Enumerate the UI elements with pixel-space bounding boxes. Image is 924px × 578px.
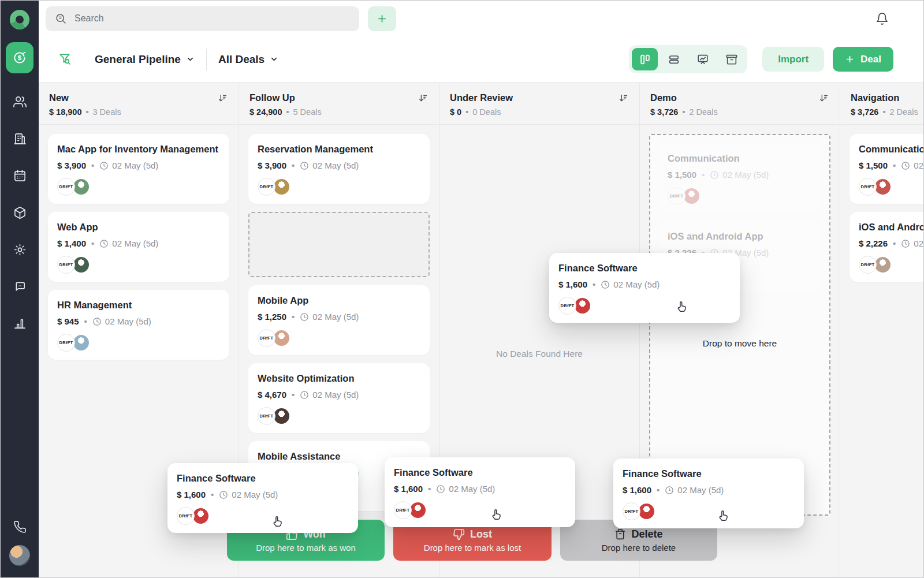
sidebar-item-chat[interactable]	[13, 280, 27, 293]
sidebar-item-settings[interactable]	[13, 243, 27, 256]
company-badge: DRfFT	[177, 507, 195, 525]
sort-icon[interactable]	[818, 92, 829, 103]
view-forecast-button[interactable]	[690, 48, 716, 70]
notifications-bell-icon[interactable]	[875, 12, 889, 25]
deal-card[interactable]: Web App $ 1,400 • 02 May (5d) DRfFT	[48, 212, 229, 282]
drop-placeholder[interactable]	[248, 212, 430, 277]
separator-dot: •	[84, 316, 87, 326]
drag-card[interactable]: Finance Software $ 1,600 • 02 May (5d) D…	[167, 463, 358, 533]
deal-card[interactable]: Mac App for Inventory Management $ 3,900…	[48, 134, 229, 204]
sidebar-item-contacts[interactable]	[13, 95, 27, 109]
new-deal-label: Deal	[860, 54, 881, 65]
column-total: $ 3,726	[851, 107, 878, 117]
separator-dot: •	[428, 484, 431, 494]
deal-date: 02 May (5d)	[312, 312, 359, 322]
deal-title: Reservation Management	[258, 143, 420, 155]
app-logo-icon	[9, 9, 31, 31]
deal-card[interactable]: Finance Software $ 1,600 • 02 May (5d) D…	[613, 458, 804, 528]
lost-zone-title: Lost	[470, 528, 492, 540]
deal-card[interactable]: Mobile App $ 1,250 • 02 May (5d) DRfFT	[248, 285, 430, 355]
deal-date: 02 May (5d)	[312, 161, 359, 170]
view-kanban-button[interactable]	[632, 48, 658, 70]
quick-add-button[interactable]	[368, 6, 396, 31]
sidebar-item-reports[interactable]	[13, 317, 27, 330]
sort-icon[interactable]	[418, 92, 429, 103]
separator-dot: •	[465, 107, 468, 117]
sort-icon[interactable]	[618, 92, 629, 103]
drag-card[interactable]: Finance Software $ 1,600 • 02 May (5d) D…	[385, 457, 575, 527]
company-badge: DRfFT	[558, 297, 576, 315]
deal-people: DRfFT	[859, 256, 923, 274]
deal-card[interactable]: Finance Software $ 1,600 • 02 May (5d) D…	[549, 253, 740, 323]
view-archive-button[interactable]	[718, 48, 744, 70]
deal-price: $ 1,500	[668, 170, 696, 180]
deal-people: DRfFT	[623, 502, 795, 520]
deal-people: DRfFT	[258, 178, 420, 196]
separator-dot: •	[85, 107, 88, 117]
clock-icon	[300, 390, 309, 400]
deal-price: $ 1,250	[258, 312, 286, 322]
sidebar-item-products[interactable]	[13, 206, 27, 219]
kanban-column: Navigation $ 3,726 • 2 Deals Communicati…	[840, 83, 923, 577]
plus-icon	[845, 54, 855, 64]
deals-filter-selector[interactable]: All Deals	[218, 53, 278, 66]
clock-icon	[665, 486, 674, 495]
deal-card[interactable]: Finance Software $ 1,600 • 02 May (5d) D…	[167, 463, 358, 533]
clock-icon	[219, 490, 228, 499]
deal-price: $ 1,600	[177, 490, 206, 499]
deal-date: 02 May (5d)	[105, 316, 151, 326]
drag-card[interactable]: Finance Software $ 1,600 • 02 May (5d) D…	[613, 458, 804, 528]
view-list-button[interactable]	[661, 48, 687, 70]
separator-dot: •	[286, 107, 289, 117]
pipeline-selector[interactable]: General Pipeline	[95, 53, 195, 66]
clock-icon	[300, 312, 309, 322]
deal-card[interactable]: Finance Software $ 1,600 • 02 May (5d) D…	[385, 457, 575, 527]
deal-date: 02 May (5d)	[914, 161, 923, 170]
topbar	[39, 1, 923, 36]
lost-zone-subtitle: Drop here to mark as lost	[424, 543, 521, 553]
separator-dot: •	[211, 490, 214, 499]
column-header: Demo $ 3,726 • 2 Deals	[640, 83, 840, 125]
column-title: Follow Up	[249, 92, 295, 103]
clock-icon	[99, 161, 109, 170]
filter-funnel-icon[interactable]	[58, 52, 73, 66]
column-count: 2 Deals	[889, 107, 918, 117]
separator-dot: •	[702, 170, 705, 180]
sidebar-nav	[13, 95, 27, 330]
pipeline-toolbar: General Pipeline All Deals Import Deal	[39, 36, 923, 82]
deal-price: $ 1,600	[623, 485, 651, 495]
drop-hint-text: Drop to move here	[650, 338, 829, 349]
sidebar-item-deals[interactable]: $	[6, 42, 33, 73]
clock-icon	[92, 317, 102, 326]
sidebar-item-calendar[interactable]	[13, 169, 27, 182]
search-bar[interactable]	[46, 6, 359, 31]
search-input[interactable]	[74, 13, 350, 24]
deal-people: DRfFT	[859, 178, 923, 196]
deal-price: $ 3,900	[258, 161, 286, 170]
separator-dot: •	[657, 485, 660, 495]
deal-card[interactable]: Reservation Management $ 3,900 • 02 May …	[248, 134, 430, 204]
sidebar-item-companies[interactable]	[13, 132, 27, 146]
column-count: 3 Deals	[93, 107, 121, 117]
phone-icon[interactable]	[13, 520, 27, 534]
deal-card[interactable]: HR Management $ 945 • 02 May (5d) DRfFT	[48, 290, 229, 360]
sort-icon[interactable]	[217, 92, 228, 103]
deals-filter-label: All Deals	[218, 53, 264, 66]
deal-card[interactable]: Website Optimization $ 4,670 • 02 May (5…	[248, 363, 430, 433]
sidebar-bottom	[9, 520, 30, 566]
clock-icon	[601, 280, 610, 289]
separator-dot: •	[91, 161, 94, 170]
drag-card[interactable]: Finance Software $ 1,600 • 02 May (5d) D…	[549, 253, 740, 323]
user-avatar[interactable]	[9, 545, 30, 566]
company-badge: DRfFT	[668, 187, 685, 205]
column-count: 2 Deals	[689, 107, 717, 117]
clock-icon	[710, 170, 719, 180]
import-button[interactable]: Import	[762, 47, 824, 72]
deal-card[interactable]: Communication $ 1,500 • 02 May (5d) DRfF…	[850, 134, 923, 204]
deal-card[interactable]: iOS and Android App $ 2,226 • 02 May (5d…	[850, 212, 923, 282]
new-deal-button[interactable]: Deal	[833, 47, 893, 72]
pipeline-selector-label: General Pipeline	[95, 53, 181, 66]
clock-icon	[99, 239, 109, 248]
deal-card[interactable]: Communication $ 1,500 • 02 May (5d) DRfF…	[658, 143, 821, 213]
deal-date: 02 May (5d)	[112, 161, 158, 170]
